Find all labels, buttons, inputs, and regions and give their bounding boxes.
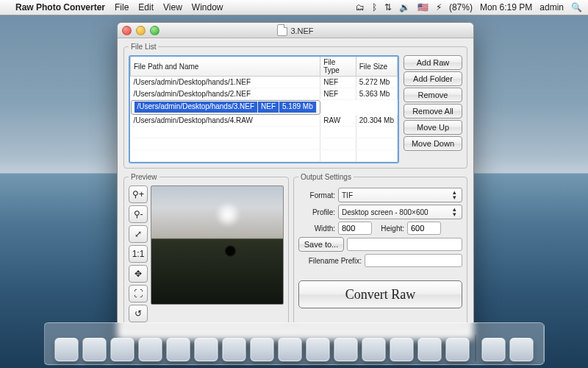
move-down-button[interactable]: Move Down [404, 136, 462, 151]
fit-icon[interactable]: ⤢ [129, 225, 148, 243]
dock-separator [476, 335, 476, 361]
col-size[interactable]: File Size [356, 57, 397, 77]
prefix-input[interactable] [365, 254, 462, 267]
add-raw-button[interactable]: Add Raw [404, 55, 462, 70]
table-row[interactable]: /Users/admin/Desktop/hands/1.NEFNEF5.272… [131, 77, 398, 88]
dock-app[interactable] [279, 338, 302, 361]
fullscreen-icon[interactable]: ⛶ [129, 285, 148, 302]
file-table[interactable]: File Path and Name File Type File Size /… [129, 55, 399, 163]
actual-size-icon[interactable]: 1:1 [129, 245, 148, 263]
close-button[interactable] [122, 26, 132, 35]
dock-app[interactable] [334, 338, 358, 361]
spotlight-icon[interactable]: 🔍 [571, 2, 582, 13]
user-menu[interactable]: admin [539, 2, 564, 13]
dock-app[interactable] [83, 338, 107, 361]
dock-app[interactable] [362, 338, 386, 361]
output-legend: Output Settings [298, 173, 354, 181]
input-source-icon[interactable]: 🇺🇸 [417, 2, 429, 13]
prefix-label: Filename Prefix: [298, 257, 362, 265]
dock-app[interactable] [111, 338, 135, 361]
filelist-legend: File List [129, 43, 158, 51]
table-row[interactable] [131, 138, 398, 150]
dock-app[interactable] [223, 338, 246, 361]
power-icon[interactable]: ⚡︎ [436, 2, 442, 13]
dock-folder[interactable] [482, 338, 506, 361]
window-title: 3.NEF [118, 24, 473, 36]
dock-app[interactable] [195, 338, 218, 361]
add-folder-button[interactable]: Add Folder [404, 71, 462, 86]
filelist-group: File List File Path and Name File Type F… [123, 43, 467, 169]
pan-icon[interactable]: ✥ [129, 265, 148, 283]
view-menu[interactable]: View [163, 2, 182, 13]
bluetooth-icon[interactable]: ᛒ [372, 2, 377, 13]
height-label: Height: [375, 224, 404, 233]
table-row[interactable]: /Users/admin/Desktop/hands/3.NEFNEF5.189… [131, 100, 320, 115]
preview-legend: Preview [129, 173, 159, 181]
col-type[interactable]: File Type [320, 57, 356, 77]
minimize-button[interactable] [136, 26, 146, 35]
battery-status[interactable]: (87%) [449, 2, 473, 13]
width-input[interactable] [338, 222, 372, 235]
reset-icon[interactable]: ↺ [129, 305, 148, 322]
convert-button[interactable]: Convert Raw [298, 280, 462, 308]
remove-all-button[interactable]: Remove All [404, 104, 462, 118]
clock[interactable]: Mon 6:19 PM [480, 2, 532, 13]
app-menu[interactable]: Raw Photo Converter [15, 2, 105, 13]
width-label: Width: [298, 224, 335, 233]
preview-group: Preview ⚲+⚲-⤢1:1✥⛶↺ [123, 173, 289, 328]
chevron-updown-icon: ▴▾ [450, 190, 459, 200]
file-menu[interactable]: File [115, 2, 129, 13]
dock-app[interactable] [55, 338, 79, 361]
dock[interactable] [44, 322, 545, 365]
format-select[interactable]: TIF ▴▾ [338, 188, 462, 202]
table-row[interactable] [131, 127, 398, 138]
volume-icon[interactable]: 🔉 [399, 2, 410, 13]
saveto-path[interactable] [347, 238, 462, 251]
dock-app[interactable] [167, 338, 190, 361]
dock-app[interactable] [251, 338, 274, 361]
image-preview[interactable] [151, 185, 284, 305]
sync-icon[interactable]: ⇅ [384, 2, 392, 13]
dock-app[interactable] [390, 338, 414, 361]
table-row[interactable]: /Users/admin/Desktop/hands/4.RAWRAW20.30… [131, 115, 398, 127]
profile-label: Profile: [298, 208, 335, 216]
zoom-out-icon[interactable]: ⚲- [129, 205, 148, 223]
mac-menubar: Raw Photo Converter File Edit View Windo… [0, 0, 588, 15]
dock-app[interactable] [418, 338, 442, 361]
dock-app[interactable] [446, 338, 470, 361]
zoom-button[interactable] [150, 26, 159, 35]
table-row[interactable] [131, 150, 398, 162]
edit-menu[interactable]: Edit [138, 2, 154, 13]
window-menu[interactable]: Window [192, 2, 223, 13]
titlebar[interactable]: 3.NEF [118, 23, 473, 38]
height-input[interactable] [407, 222, 441, 235]
remove-button[interactable]: Remove [404, 88, 462, 102]
format-label: Format: [298, 191, 335, 199]
zoom-in-icon[interactable]: ⚲+ [129, 185, 148, 203]
app-window: 3.NEF File List File Path and Name File … [117, 22, 474, 340]
dock-app[interactable] [139, 338, 162, 361]
dock-app[interactable] [306, 338, 330, 361]
profile-select[interactable]: Desktop screen - 800×600 ▴▾ [338, 205, 462, 219]
output-group: Output Settings Format: TIF ▴▾ Profile: … [293, 173, 467, 328]
chevron-updown-icon: ▴▾ [450, 207, 459, 217]
saveto-button[interactable]: Save to... [298, 237, 344, 252]
col-path[interactable]: File Path and Name [131, 57, 320, 77]
menu-extra-icon[interactable]: 🗂 [356, 2, 365, 13]
document-proxy-icon[interactable] [277, 24, 287, 36]
table-row[interactable]: /Users/admin/Desktop/hands/2.NEFNEF5.363… [131, 88, 398, 100]
dock-trash[interactable] [510, 338, 534, 361]
move-up-button[interactable]: Move Up [404, 120, 462, 135]
